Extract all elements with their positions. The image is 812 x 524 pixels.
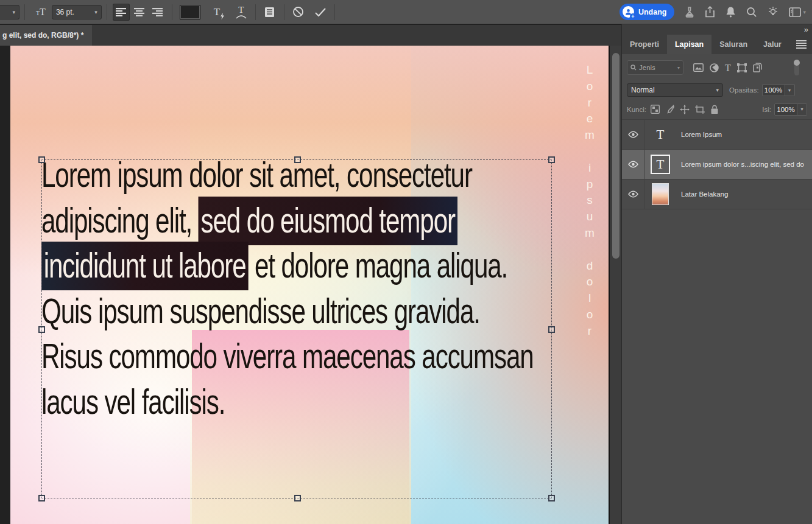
beta-flask-icon[interactable] bbox=[685, 7, 694, 18]
panel-top-strip: » bbox=[622, 24, 812, 35]
cancel-icon bbox=[292, 6, 304, 18]
workspace-switcher-icon[interactable]: ▾ bbox=[789, 7, 806, 17]
resize-handle-bottom-right[interactable] bbox=[548, 495, 555, 501]
layer-filter-row: Jenis ▾ T bbox=[622, 54, 812, 81]
photoshop-window: ▾ TT 36 pt. ▾ bbox=[0, 0, 812, 524]
discover-lightbulb-icon[interactable] bbox=[768, 6, 778, 18]
vertical-scrollbar[interactable] bbox=[609, 46, 621, 524]
divider bbox=[334, 4, 335, 20]
hamburger-icon bbox=[796, 40, 807, 49]
font-size-icon: TT bbox=[36, 7, 46, 16]
lock-row: Kunci: Isi: 1 bbox=[622, 99, 812, 120]
layer-filtering-toggle[interactable] bbox=[794, 60, 800, 75]
font-size-value: 36 pt. bbox=[56, 8, 74, 16]
lock-pixels-brush-icon[interactable] bbox=[665, 105, 674, 114]
chevron-down-icon: ▾ bbox=[716, 87, 719, 93]
visibility-toggle[interactable] bbox=[622, 180, 644, 209]
fill-value[interactable]: 100% bbox=[774, 103, 797, 116]
text-color-swatch[interactable] bbox=[180, 5, 200, 19]
antialias-select[interactable]: ▾ bbox=[0, 5, 19, 19]
text-layer-thumbnail[interactable]: T bbox=[651, 155, 670, 174]
panel-tabs: Properti Lapisan Saluran Jalur bbox=[622, 35, 812, 54]
align-center-button[interactable] bbox=[131, 4, 148, 21]
chevron-down-icon: ▾ bbox=[94, 9, 97, 15]
tab-saluran[interactable]: Saluran bbox=[711, 35, 755, 54]
lock-all-padlock-icon[interactable] bbox=[710, 105, 719, 114]
chevron-down-icon[interactable]: ▾ bbox=[797, 103, 807, 116]
text-bounding-box[interactable] bbox=[41, 159, 552, 498]
invite-button[interactable]: + Undang bbox=[620, 4, 675, 20]
layers-panel: » Properti Lapisan Saluran Jalur Jenis ▾ bbox=[621, 24, 812, 524]
notifications-bell-icon[interactable] bbox=[726, 6, 736, 18]
tab-lapisan[interactable]: Lapisan bbox=[667, 35, 711, 54]
fill-label: Isi: bbox=[762, 106, 771, 113]
chevron-down-icon[interactable]: ▾ bbox=[785, 84, 795, 96]
layer-row-lorem-ipsum[interactable]: T Lorem Ipsum bbox=[622, 120, 812, 150]
opacity-label: Opasitas: bbox=[729, 86, 759, 94]
type-lightning-icon: T bbox=[214, 6, 220, 18]
scrollbar-thumb[interactable] bbox=[612, 53, 620, 259]
align-left-button[interactable] bbox=[113, 4, 130, 21]
eye-icon bbox=[628, 131, 638, 138]
divider bbox=[24, 4, 25, 20]
warp-text-button[interactable]: T bbox=[232, 3, 250, 21]
tab-jalur[interactable]: Jalur bbox=[755, 35, 789, 54]
fill-control[interactable]: 100% ▾ bbox=[774, 103, 807, 116]
type-effects-button[interactable]: T bbox=[208, 3, 226, 21]
resize-handle-middle-left[interactable] bbox=[38, 326, 45, 333]
resize-handle-middle-right[interactable] bbox=[548, 326, 555, 333]
blend-mode-value: Normal bbox=[631, 86, 655, 94]
align-right-button[interactable] bbox=[149, 4, 166, 21]
layer-row-lorem-ipsum-dolor[interactable]: T Lorem ipsum dolor s...iscing elit, sed… bbox=[622, 150, 812, 180]
resize-handle-top-left[interactable] bbox=[38, 156, 45, 163]
document-tab[interactable]: g elit, sed do, RGB/8*) * bbox=[0, 25, 92, 46]
layer-row-latar-belakang[interactable]: Latar Belakang bbox=[622, 180, 812, 209]
background-layer-thumbnail[interactable] bbox=[652, 183, 669, 205]
resize-handle-bottom-center[interactable] bbox=[294, 495, 301, 501]
filter-adjustment-layers-icon[interactable] bbox=[710, 63, 719, 72]
eye-icon bbox=[628, 161, 638, 168]
collapse-panels-icon[interactable]: » bbox=[804, 26, 807, 33]
font-size-select[interactable]: 36 pt. ▾ bbox=[52, 5, 102, 19]
filter-smart-objects-icon[interactable] bbox=[753, 63, 762, 72]
lock-position-icon[interactable] bbox=[680, 105, 690, 114]
visibility-toggle[interactable] bbox=[622, 150, 644, 179]
filter-shape-layers-icon[interactable] bbox=[737, 63, 747, 72]
text-layer-thumbnail[interactable]: T bbox=[651, 125, 670, 144]
cancel-edits-button[interactable] bbox=[289, 3, 308, 21]
chevron-down-icon: ▾ bbox=[803, 9, 806, 15]
filter-type-layers-icon[interactable]: T bbox=[725, 63, 731, 72]
vertical-text-layer[interactable]: Lorem ipsum dolor bbox=[582, 62, 598, 340]
opacity-control[interactable]: 100% ▾ bbox=[762, 84, 795, 96]
blend-mode-select[interactable]: Normal ▾ bbox=[627, 83, 723, 97]
layer-name[interactable]: Lorem Ipsum bbox=[681, 131, 722, 138]
panel-menu-button[interactable] bbox=[796, 35, 812, 54]
layer-name[interactable]: Latar Belakang bbox=[681, 190, 728, 198]
document-tab-bar: g elit, sed do, RGB/8*) * bbox=[0, 25, 621, 46]
toggle-panels-button[interactable] bbox=[261, 3, 279, 21]
tab-properti[interactable]: Properti bbox=[622, 35, 667, 54]
resize-handle-top-center[interactable] bbox=[294, 156, 301, 163]
resize-handle-top-right[interactable] bbox=[548, 156, 555, 163]
search-icon[interactable] bbox=[746, 7, 757, 18]
lock-label: Kunci: bbox=[627, 106, 646, 113]
canvas[interactable]: Lorem ipsum dolor sit amet, consectetur … bbox=[10, 46, 609, 524]
invite-label: Undang bbox=[638, 8, 667, 16]
document-area: Lorem ipsum dolor sit amet, consectetur … bbox=[0, 46, 621, 524]
document-tab-title: g elit, sed do, RGB/8*) * bbox=[2, 31, 83, 40]
visibility-toggle[interactable] bbox=[622, 120, 644, 149]
commit-edits-button[interactable] bbox=[311, 3, 330, 21]
divider bbox=[107, 4, 107, 20]
filter-type-label: Jenis bbox=[639, 64, 655, 71]
workspace-gutter bbox=[0, 46, 10, 524]
resize-handle-bottom-left[interactable] bbox=[38, 495, 45, 501]
filter-type-select[interactable]: Jenis ▾ bbox=[627, 60, 683, 75]
opacity-value[interactable]: 100% bbox=[762, 84, 785, 96]
search-icon bbox=[630, 65, 637, 71]
filter-pixel-layers-icon[interactable] bbox=[693, 63, 704, 72]
lock-artboard-icon[interactable] bbox=[695, 105, 705, 114]
share-icon[interactable] bbox=[705, 6, 715, 18]
layer-name[interactable]: Lorem ipsum dolor s...iscing elit, sed d… bbox=[681, 161, 804, 168]
chevron-down-icon: ▾ bbox=[12, 9, 15, 15]
lock-transparency-icon[interactable] bbox=[651, 105, 660, 114]
